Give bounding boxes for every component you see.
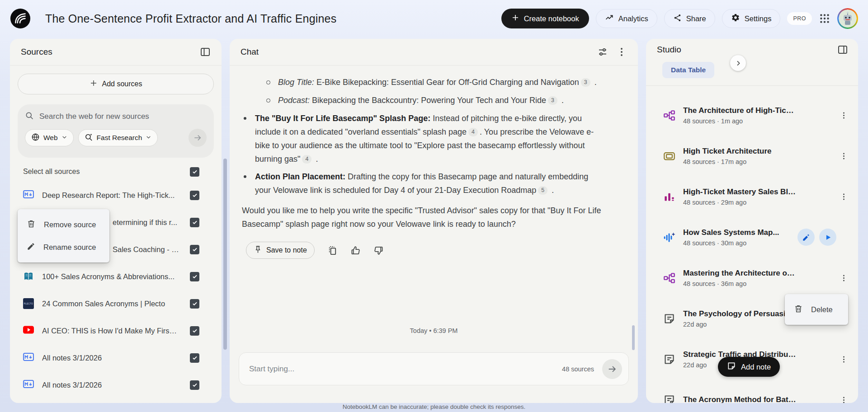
studio-item-row[interactable]: High-Ticket Mastery Sales Blueprint 48 s…	[646, 176, 858, 217]
item-more-icon[interactable]	[839, 111, 848, 120]
studio-item-meta: 48 sources · 29m ago	[683, 199, 796, 206]
collapse-panel-icon[interactable]	[837, 44, 848, 55]
source-title: All notes 3/1/2026	[42, 381, 102, 389]
chat-input-bar: 48 sources	[239, 352, 629, 385]
sources-scrollbar[interactable]	[223, 159, 227, 350]
citation-badge[interactable]: 3	[581, 78, 590, 87]
studio-item-row[interactable]: High Ticket Architecture 48 sources · 17…	[646, 136, 858, 176]
source-checkbox[interactable]	[190, 326, 199, 336]
source-row[interactable]: All notes 3/1/2026	[18, 371, 214, 398]
source-checkbox[interactable]	[190, 353, 199, 363]
studio-item-meta: 48 sources · 36m ago	[683, 280, 796, 287]
fast-research-icon	[85, 133, 93, 143]
mindmap-studio-icon	[663, 272, 675, 284]
source-row[interactable]: 100+ Sales Acronyms & Abbreviations...	[18, 263, 214, 290]
source-row[interactable]: PLECTO24 Common Sales Acronyms | Plecto	[18, 290, 214, 317]
create-notebook-button[interactable]: Create notebook	[501, 9, 589, 28]
markdown-source-icon	[23, 352, 34, 363]
closing-paragraph: Would you like me to help you write the …	[242, 204, 604, 231]
web-scope-dropdown[interactable]: Web	[25, 129, 74, 146]
item-more-icon[interactable]	[839, 395, 848, 403]
source-checkbox[interactable]	[190, 218, 199, 227]
trash-icon	[794, 304, 803, 315]
pro-badge: PRO	[787, 12, 812, 25]
item-more-icon[interactable]	[839, 192, 848, 201]
source-row[interactable]: All notes 3/1/2026	[18, 344, 214, 371]
thumb-up-icon[interactable]	[350, 245, 361, 256]
menu-item-rename-source[interactable]: Rename source	[18, 236, 109, 258]
studio-item-title: The Architecture of High-Ticket...	[683, 106, 796, 115]
analytics-button[interactable]: Analytics	[596, 9, 657, 28]
citation-badge[interactable]: 4	[302, 155, 311, 164]
interactive-mode-button[interactable]	[797, 229, 815, 246]
source-checkbox[interactable]	[190, 299, 199, 309]
slides-studio-icon	[663, 150, 675, 162]
data-table-chip[interactable]: Data Table	[662, 62, 714, 78]
note-studio-icon	[663, 313, 675, 325]
menu-item-remove-source[interactable]: Remove source	[18, 213, 109, 236]
source-checkbox[interactable]	[190, 380, 199, 390]
source-checkbox[interactable]	[190, 272, 199, 281]
chart-studio-icon	[663, 191, 675, 203]
chevron-down-icon	[146, 134, 151, 142]
add-sources-button[interactable]: Add sources	[18, 74, 214, 94]
item-more-icon[interactable]	[839, 273, 848, 282]
youtube-source-icon	[23, 325, 34, 336]
chat-more-icon[interactable]	[616, 47, 627, 57]
research-mode-dropdown[interactable]: Fast Research	[78, 129, 158, 146]
add-note-button[interactable]: Add note	[718, 357, 780, 377]
chat-scrollbar[interactable]	[632, 325, 635, 350]
citation-badge[interactable]: 5	[538, 186, 547, 195]
search-submit-button[interactable]	[189, 129, 207, 147]
item-more-icon[interactable]	[839, 151, 848, 160]
apps-grid-icon[interactable]	[819, 13, 830, 24]
item-more-icon[interactable]	[839, 355, 848, 364]
search-input[interactable]	[39, 112, 207, 121]
chat-settings-icon[interactable]	[597, 47, 608, 57]
chat-day-timestamp: Today • 6:39 PM	[230, 327, 638, 334]
chat-panel-title: Chat	[241, 47, 259, 57]
studio-item-row[interactable]: How Sales Systems Map... 48 sources · 30…	[646, 217, 858, 258]
notebooklm-logo[interactable]	[10, 8, 31, 29]
chat-bullet-item: Action Plan Placement: Drafting the copy…	[242, 170, 604, 197]
collapse-panel-icon[interactable]	[200, 47, 211, 57]
plus-icon	[511, 14, 519, 23]
gear-icon	[731, 13, 740, 24]
send-button[interactable]	[602, 359, 622, 379]
copy-icon[interactable]	[327, 245, 338, 256]
source-row[interactable]: Deep Research Report: The High-Tick...	[18, 182, 214, 209]
plecto-source-icon: PLECTO	[23, 298, 34, 309]
play-audio-button[interactable]	[819, 229, 836, 246]
studio-item-title: How Sales Systems Map...	[683, 228, 779, 237]
chip-scroll-right-button[interactable]	[730, 55, 746, 71]
studio-item-meta: 48 sources · 17m ago	[683, 158, 772, 165]
source-row[interactable]: AI CEO: THIS is How I'd Make My First ..…	[18, 317, 214, 344]
search-icon	[25, 111, 34, 122]
menu-item-delete[interactable]: Delete	[785, 298, 848, 321]
source-checkbox[interactable]	[190, 191, 199, 200]
studio-item-meta: 48 sources · 30m ago	[683, 239, 779, 247]
citation-badge[interactable]: 3	[548, 96, 557, 105]
source-context-menu: Remove sourceRename source	[18, 209, 109, 262]
chat-message-input[interactable]	[249, 365, 562, 374]
studio-item-title: Mastering the Architecture of High...	[683, 269, 796, 278]
studio-delete-menu: Delete	[785, 294, 848, 325]
source-checkbox[interactable]	[190, 245, 199, 254]
svg-text:PLECTO: PLECTO	[24, 303, 33, 305]
thumb-down-icon[interactable]	[373, 245, 384, 256]
select-all-checkbox[interactable]	[190, 167, 199, 177]
settings-button[interactable]: Settings	[722, 9, 781, 28]
citation-badge[interactable]: 4	[468, 128, 478, 136]
studio-item-title: The Acronym Method for Batching...	[683, 395, 796, 403]
studio-output-list: The Architecture of High-Ticket... 48 so…	[646, 86, 858, 403]
save-to-note-button[interactable]: Save to note	[246, 242, 315, 259]
share-button[interactable]: Share	[664, 9, 715, 28]
note-add-icon	[727, 361, 736, 372]
studio-item-row[interactable]: The Architecture of High-Ticket... 48 so…	[646, 95, 858, 136]
chevron-down-icon	[61, 134, 67, 142]
studio-item-meta: 48 sources · 1m ago	[683, 117, 796, 125]
pencil-icon	[27, 242, 35, 253]
studio-item-row[interactable]: Mastering the Architecture of High... 48…	[646, 258, 858, 298]
user-avatar[interactable]	[837, 8, 858, 29]
studio-item-row[interactable]: The Acronym Method for Batching...	[646, 379, 858, 403]
